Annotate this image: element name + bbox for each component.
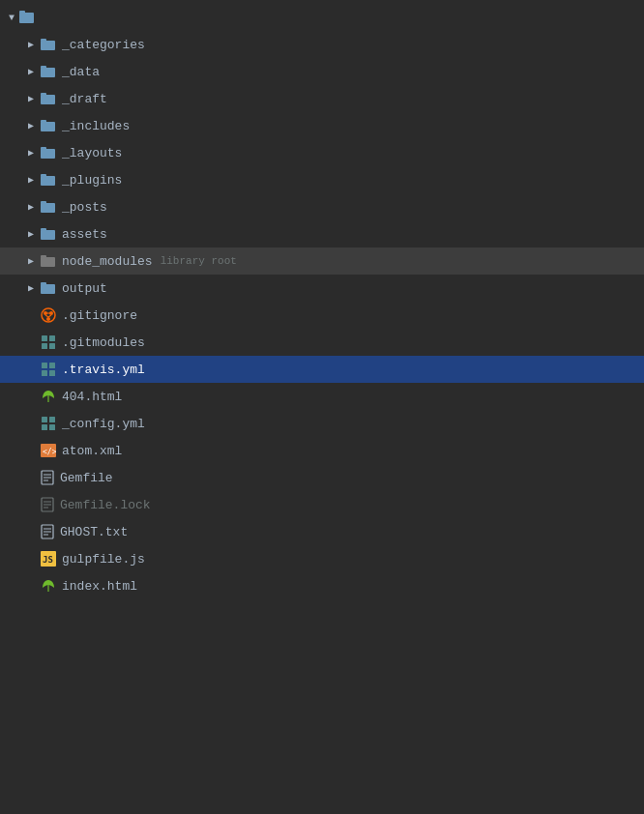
svg-rect-34: [49, 363, 55, 368]
tree-item-config[interactable]: _config.yml: [0, 410, 644, 437]
tree-item-travis[interactable]: .travis.yml: [0, 356, 644, 383]
chevron-includes[interactable]: [23, 118, 39, 133]
chevron-categories[interactable]: [23, 37, 39, 52]
svg-line-27: [48, 315, 51, 317]
chevron-assets[interactable]: [23, 226, 39, 242]
svg-text:</>: </>: [43, 448, 56, 456]
tree-item-index[interactable]: index.html: [0, 572, 644, 599]
item-name-layouts: _layouts: [62, 146, 122, 160]
svg-rect-36: [49, 370, 55, 376]
tree-item-gemfile[interactable]: Gemfile: [0, 464, 644, 491]
tree-item-atom[interactable]: </> atom.xml: [0, 437, 644, 464]
item-name-posts: _posts: [62, 200, 107, 215]
tree-item-categories[interactable]: _categories: [0, 31, 644, 58]
folder-icon: [41, 226, 56, 242]
svg-rect-14: [41, 203, 55, 213]
tree-item-layouts[interactable]: _layouts: [0, 139, 644, 166]
root-chevron[interactable]: [4, 10, 19, 25]
chevron-node_modules[interactable]: [23, 253, 39, 269]
tree-item-data[interactable]: _data: [0, 58, 644, 85]
folder-icon: [41, 118, 56, 133]
chevron-output[interactable]: [23, 280, 39, 296]
svg-rect-3: [41, 39, 46, 42]
tree-item-includes[interactable]: _includes: [0, 112, 644, 139]
svg-rect-35: [42, 370, 47, 376]
svg-rect-7: [41, 93, 46, 96]
chevron-layouts[interactable]: [23, 145, 39, 160]
tree-item-posts[interactable]: _posts: [0, 193, 644, 220]
item-badge-node_modules: library root: [161, 255, 237, 267]
svg-rect-1: [19, 11, 25, 14]
item-name-404html: 404.html: [62, 390, 122, 404]
tree-item-assets[interactable]: assets: [0, 220, 644, 247]
folder-icon: [41, 280, 56, 296]
tree-item-gitignore[interactable]: .gitignore: [0, 302, 644, 329]
svg-rect-8: [41, 122, 55, 131]
git-icon: [41, 307, 56, 323]
item-name-gemfilelock: Gemfile.lock: [60, 498, 151, 512]
grid-icon: [41, 362, 56, 377]
chevron-plugins[interactable]: [23, 172, 39, 188]
svg-rect-15: [41, 201, 46, 204]
chevron-draft[interactable]: [23, 91, 39, 106]
folder-icon: [41, 64, 56, 79]
svg-rect-4: [41, 68, 55, 77]
item-name-atom: atom.xml: [62, 444, 122, 458]
grid-icon: [41, 334, 56, 350]
svg-rect-11: [41, 147, 46, 150]
root-item[interactable]: [0, 4, 644, 31]
tree-items-container: _categories _data _draft _includes _layo…: [0, 31, 644, 599]
svg-rect-41: [49, 424, 55, 430]
doc-icon: [41, 497, 54, 512]
item-name-gemfile: Gemfile: [60, 471, 113, 485]
svg-rect-17: [41, 228, 46, 231]
svg-rect-39: [49, 417, 55, 422]
tree-item-ghost[interactable]: GHOST.txt: [0, 518, 644, 545]
svg-rect-10: [41, 149, 55, 159]
tree-item-output[interactable]: output: [0, 275, 644, 302]
folder-icon: [41, 145, 56, 160]
tree-item-plugins[interactable]: _plugins: [0, 166, 644, 193]
folder-icon: [41, 199, 56, 215]
root-folder-icon: [19, 10, 35, 25]
item-name-data: _data: [62, 65, 100, 79]
svg-rect-0: [19, 13, 34, 23]
leaf-icon: [41, 578, 56, 594]
svg-rect-40: [42, 424, 47, 430]
svg-rect-12: [41, 176, 55, 186]
item-name-config: _config.yml: [62, 417, 145, 431]
tree-item-gulpfile[interactable]: JS gulpfile.js: [0, 545, 644, 572]
folder-icon: [41, 91, 56, 106]
folder-icon: [41, 37, 56, 52]
xml-icon: </>: [41, 444, 56, 457]
leaf-icon: [41, 389, 56, 404]
tree-item-gitmodules[interactable]: .gitmodules: [0, 329, 644, 356]
tree-item-node_modules[interactable]: node_moduleslibrary root: [0, 247, 644, 275]
svg-rect-30: [49, 335, 55, 341]
item-name-assets: assets: [62, 227, 107, 242]
tree-item-gemfilelock[interactable]: Gemfile.lock: [0, 491, 644, 518]
folder-icon: [41, 172, 56, 188]
tree-item-404html[interactable]: 404.html: [0, 383, 644, 410]
tree-item-draft[interactable]: _draft: [0, 85, 644, 112]
svg-rect-9: [41, 120, 46, 123]
svg-text:JS: JS: [43, 555, 53, 565]
item-name-includes: _includes: [62, 119, 130, 133]
svg-rect-5: [41, 66, 46, 69]
svg-rect-29: [42, 335, 47, 341]
svg-rect-32: [49, 343, 55, 349]
item-name-index: index.html: [62, 579, 137, 594]
item-name-draft: _draft: [62, 92, 107, 106]
item-name-ghost: GHOST.txt: [60, 525, 128, 539]
file-tree: _categories _data _draft _includes _layo…: [0, 0, 644, 603]
svg-rect-18: [41, 257, 55, 267]
doc-icon: [41, 524, 54, 539]
svg-rect-21: [41, 282, 46, 285]
svg-rect-38: [42, 417, 47, 422]
folder-icon: [41, 253, 56, 269]
chevron-data[interactable]: [23, 64, 39, 79]
item-name-gitmodules: .gitmodules: [62, 335, 145, 350]
svg-rect-6: [41, 95, 55, 104]
item-name-output: output: [62, 281, 107, 296]
chevron-posts[interactable]: [23, 199, 39, 215]
